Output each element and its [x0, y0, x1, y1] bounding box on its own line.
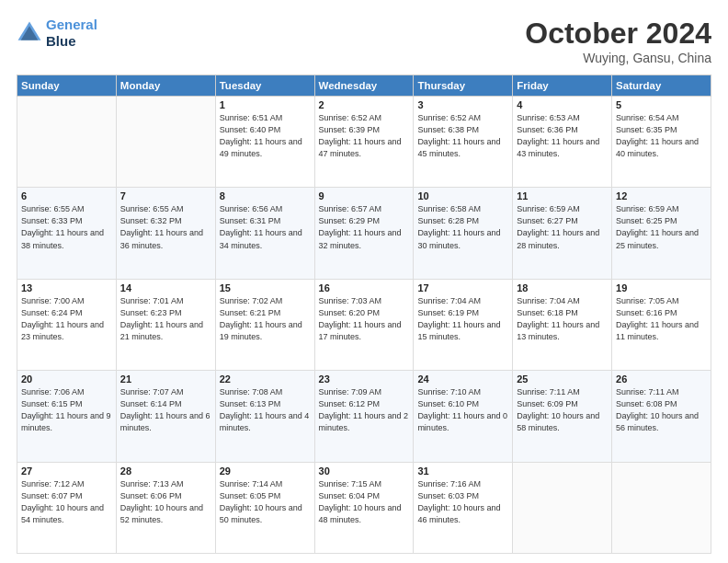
calendar-week-2: 6Sunrise: 6:55 AM Sunset: 6:33 PM Daylig… — [17, 188, 711, 279]
day-number: 6 — [21, 190, 112, 201]
weekday-header-sunday: Sunday — [17, 75, 117, 97]
weekday-header-thursday: Thursday — [414, 75, 513, 97]
calendar-cell: 22Sunrise: 7:08 AM Sunset: 6:13 PM Dayli… — [215, 371, 314, 462]
day-number: 1 — [220, 99, 311, 110]
day-info: Sunrise: 6:55 AM Sunset: 6:32 PM Dayligh… — [120, 203, 211, 251]
day-info: Sunrise: 7:01 AM Sunset: 6:23 PM Dayligh… — [120, 295, 211, 343]
day-number: 31 — [417, 465, 508, 477]
calendar-cell: 23Sunrise: 7:09 AM Sunset: 6:12 PM Dayli… — [314, 371, 414, 462]
day-info: Sunrise: 7:00 AM Sunset: 6:24 PM Dayligh… — [21, 295, 112, 343]
day-info: Sunrise: 6:58 AM Sunset: 6:28 PM Dayligh… — [417, 203, 508, 251]
day-number: 21 — [120, 373, 211, 385]
day-number: 25 — [517, 373, 608, 385]
weekday-header-tuesday: Tuesday — [215, 75, 314, 97]
day-number: 11 — [517, 190, 608, 201]
calendar-cell: 5Sunrise: 6:54 AM Sunset: 6:35 PM Daylig… — [612, 97, 711, 188]
day-number: 28 — [120, 465, 211, 477]
day-info: Sunrise: 7:12 AM Sunset: 6:07 PM Dayligh… — [21, 478, 112, 526]
calendar-cell: 10Sunrise: 6:58 AM Sunset: 6:28 PM Dayli… — [414, 188, 513, 279]
day-number: 14 — [120, 282, 211, 293]
day-info: Sunrise: 7:08 AM Sunset: 6:13 PM Dayligh… — [220, 386, 311, 434]
day-info: Sunrise: 7:04 AM Sunset: 6:19 PM Dayligh… — [417, 295, 508, 343]
calendar-week-1: 1Sunrise: 6:51 AM Sunset: 6:40 PM Daylig… — [17, 97, 711, 188]
weekday-header-monday: Monday — [116, 75, 215, 97]
calendar-cell: 4Sunrise: 6:53 AM Sunset: 6:36 PM Daylig… — [513, 97, 612, 188]
day-info: Sunrise: 7:02 AM Sunset: 6:21 PM Dayligh… — [220, 295, 311, 343]
day-number: 15 — [220, 282, 311, 293]
day-info: Sunrise: 6:54 AM Sunset: 6:35 PM Dayligh… — [616, 112, 707, 160]
calendar-week-4: 20Sunrise: 7:06 AM Sunset: 6:15 PM Dayli… — [17, 371, 711, 462]
day-number: 20 — [21, 373, 112, 385]
calendar-cell: 15Sunrise: 7:02 AM Sunset: 6:21 PM Dayli… — [215, 279, 314, 370]
day-info: Sunrise: 6:59 AM Sunset: 6:25 PM Dayligh… — [616, 203, 707, 251]
day-number: 4 — [517, 99, 608, 110]
calendar-week-3: 13Sunrise: 7:00 AM Sunset: 6:24 PM Dayli… — [17, 279, 711, 370]
day-number: 30 — [319, 465, 410, 477]
calendar-cell — [17, 97, 117, 188]
day-number: 13 — [21, 282, 112, 293]
calendar-cell: 2Sunrise: 6:52 AM Sunset: 6:39 PM Daylig… — [314, 97, 414, 188]
weekday-header-wednesday: Wednesday — [314, 75, 414, 97]
day-info: Sunrise: 7:14 AM Sunset: 6:05 PM Dayligh… — [220, 478, 311, 526]
logo: General Blue — [17, 17, 97, 50]
calendar-cell: 7Sunrise: 6:55 AM Sunset: 6:32 PM Daylig… — [116, 188, 215, 279]
calendar-header-row: SundayMondayTuesdayWednesdayThursdayFrid… — [17, 75, 711, 97]
day-info: Sunrise: 7:09 AM Sunset: 6:12 PM Dayligh… — [319, 386, 410, 434]
day-number: 29 — [220, 465, 311, 477]
day-info: Sunrise: 6:57 AM Sunset: 6:29 PM Dayligh… — [319, 203, 410, 251]
calendar-cell: 19Sunrise: 7:05 AM Sunset: 6:16 PM Dayli… — [612, 279, 711, 370]
day-info: Sunrise: 7:11 AM Sunset: 6:09 PM Dayligh… — [517, 386, 608, 434]
day-info: Sunrise: 6:59 AM Sunset: 6:27 PM Dayligh… — [517, 203, 608, 251]
logo-text: General Blue — [46, 17, 97, 50]
day-number: 17 — [417, 282, 508, 293]
day-number: 16 — [319, 282, 410, 293]
calendar-cell: 16Sunrise: 7:03 AM Sunset: 6:20 PM Dayli… — [314, 279, 414, 370]
calendar-cell: 13Sunrise: 7:00 AM Sunset: 6:24 PM Dayli… — [17, 279, 117, 370]
day-info: Sunrise: 6:55 AM Sunset: 6:33 PM Dayligh… — [21, 203, 112, 251]
calendar-cell: 27Sunrise: 7:12 AM Sunset: 6:07 PM Dayli… — [17, 462, 117, 553]
day-number: 27 — [21, 465, 112, 477]
day-number: 24 — [417, 373, 508, 385]
day-number: 10 — [417, 190, 508, 201]
day-number: 22 — [220, 373, 311, 385]
location: Wuying, Gansu, China — [525, 51, 711, 65]
day-number: 12 — [616, 190, 707, 201]
header: General Blue October 2024 Wuying, Gansu,… — [17, 17, 711, 65]
calendar-week-5: 27Sunrise: 7:12 AM Sunset: 6:07 PM Dayli… — [17, 462, 711, 553]
day-number: 5 — [616, 99, 707, 110]
calendar-cell: 28Sunrise: 7:13 AM Sunset: 6:06 PM Dayli… — [116, 462, 215, 553]
calendar-cell — [612, 462, 711, 553]
calendar-cell: 8Sunrise: 6:56 AM Sunset: 6:31 PM Daylig… — [215, 188, 314, 279]
calendar-cell — [513, 462, 612, 553]
day-number: 3 — [417, 99, 508, 110]
day-number: 7 — [120, 190, 211, 201]
day-info: Sunrise: 6:52 AM Sunset: 6:39 PM Dayligh… — [319, 112, 410, 160]
weekday-header-saturday: Saturday — [612, 75, 711, 97]
month-title: October 2024 — [525, 17, 711, 51]
calendar-cell: 31Sunrise: 7:16 AM Sunset: 6:03 PM Dayli… — [414, 462, 513, 553]
day-number: 18 — [517, 282, 608, 293]
day-number: 19 — [616, 282, 707, 293]
day-info: Sunrise: 7:15 AM Sunset: 6:04 PM Dayligh… — [319, 478, 410, 526]
day-number: 9 — [319, 190, 410, 201]
calendar-table: SundayMondayTuesdayWednesdayThursdayFrid… — [17, 75, 711, 554]
day-info: Sunrise: 7:11 AM Sunset: 6:08 PM Dayligh… — [616, 386, 707, 434]
day-info: Sunrise: 7:06 AM Sunset: 6:15 PM Dayligh… — [21, 386, 112, 434]
calendar-cell: 1Sunrise: 6:51 AM Sunset: 6:40 PM Daylig… — [215, 97, 314, 188]
day-info: Sunrise: 7:05 AM Sunset: 6:16 PM Dayligh… — [616, 295, 707, 343]
day-info: Sunrise: 7:07 AM Sunset: 6:14 PM Dayligh… — [120, 386, 211, 434]
calendar-cell: 3Sunrise: 6:52 AM Sunset: 6:38 PM Daylig… — [414, 97, 513, 188]
calendar-cell: 21Sunrise: 7:07 AM Sunset: 6:14 PM Dayli… — [116, 371, 215, 462]
weekday-header-friday: Friday — [513, 75, 612, 97]
day-info: Sunrise: 6:53 AM Sunset: 6:36 PM Dayligh… — [517, 112, 608, 160]
calendar-cell: 6Sunrise: 6:55 AM Sunset: 6:33 PM Daylig… — [17, 188, 117, 279]
title-block: October 2024 Wuying, Gansu, China — [525, 17, 711, 65]
calendar-cell: 18Sunrise: 7:04 AM Sunset: 6:18 PM Dayli… — [513, 279, 612, 370]
day-number: 26 — [616, 373, 707, 385]
calendar-cell: 14Sunrise: 7:01 AM Sunset: 6:23 PM Dayli… — [116, 279, 215, 370]
day-number: 8 — [220, 190, 311, 201]
calendar-cell: 9Sunrise: 6:57 AM Sunset: 6:29 PM Daylig… — [314, 188, 414, 279]
calendar-cell: 29Sunrise: 7:14 AM Sunset: 6:05 PM Dayli… — [215, 462, 314, 553]
calendar-cell — [116, 97, 215, 188]
day-info: Sunrise: 7:13 AM Sunset: 6:06 PM Dayligh… — [120, 478, 211, 526]
